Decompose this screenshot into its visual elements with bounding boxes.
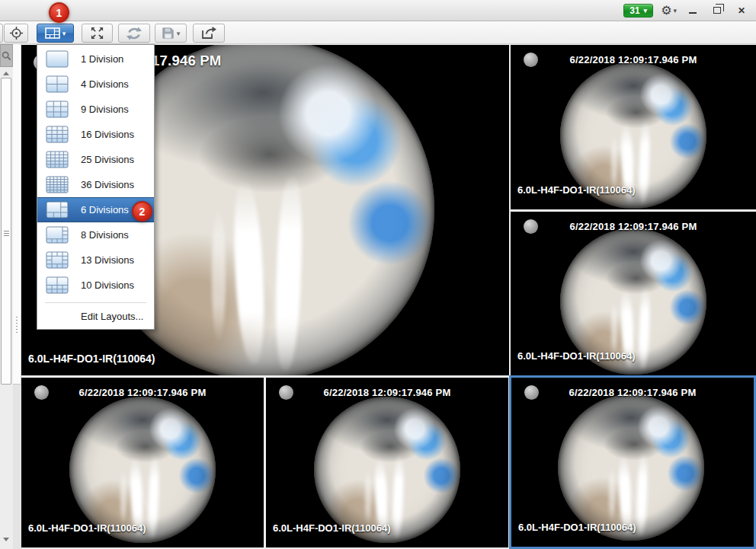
- fisheye-video: [314, 397, 460, 543]
- left-rail: [0, 44, 21, 549]
- toolbar: ▾ ▾: [0, 21, 756, 44]
- timestamp-overlay: 6/22/2018 12:09:17.946 PM: [511, 387, 754, 398]
- menu-item-label: 25 Divisions: [81, 154, 134, 165]
- camera-tile-bottom-left[interactable]: 6/22/2018 12:09:17.946 PM 6.0L-H4F-DO1-I…: [21, 378, 264, 547]
- chevron-down-icon: ▾: [673, 7, 677, 14]
- scroll-up-icon[interactable]: [3, 72, 9, 75]
- menu-separator: [45, 302, 146, 303]
- chevron-down-icon: ▾: [644, 7, 648, 14]
- menu-item-36-divisions[interactable]: 36 Divisions: [37, 172, 154, 197]
- menu-item-1-division[interactable]: 1 Division: [37, 46, 154, 72]
- expand-all-button[interactable]: [82, 24, 113, 43]
- camera-tile-right-middle[interactable]: 6/22/2018 12:09:17.946 PM 6.0L-H4F-DO1-I…: [511, 212, 756, 375]
- export-icon: [200, 27, 217, 40]
- annotation-number: 1: [56, 7, 62, 19]
- annotation-badge-1: 1: [49, 2, 69, 23]
- menu-item-label: 10 Divisions: [81, 279, 134, 291]
- chevron-down-icon: ▾: [62, 30, 66, 37]
- layout-25-icon: [46, 151, 69, 168]
- menu-item-16-divisions[interactable]: 16 Divisions: [37, 122, 154, 147]
- layout-4-icon: [46, 75, 69, 93]
- layout-36-icon: [46, 176, 69, 193]
- camera-count-button[interactable]: 31 ▾: [623, 4, 653, 18]
- camera-name-overlay: 6.0L-H4F-DO1-IR(110064): [518, 522, 636, 533]
- menu-item-label: 4 Divisions: [81, 78, 129, 90]
- application-window: 31 ▾ ⚙ ▾ ✕ ▾: [0, 0, 756, 549]
- fisheye-video: [69, 397, 216, 543]
- menu-item-label: 9 Divisions: [81, 104, 129, 115]
- save-layout-button[interactable]: ▾: [155, 24, 187, 43]
- minimize-button[interactable]: [684, 4, 701, 18]
- camera-name-overlay: 6.0L-H4F-DO1-IR(110064): [273, 522, 391, 534]
- titlebar: 31 ▾ ⚙ ▾ ✕: [0, 0, 756, 21]
- camera-name-overlay: 6.0L-H4F-DO1-IR(110064): [28, 522, 146, 534]
- camera-name-overlay: 6.0L-H4F-DO1-IR(110064): [28, 353, 155, 365]
- restore-icon: [713, 7, 721, 14]
- splitter-handle[interactable]: [16, 317, 18, 334]
- scroll-down-icon[interactable]: [3, 538, 9, 541]
- fisheye-video: [558, 394, 704, 541]
- search-icon: [2, 51, 11, 61]
- menu-item-label: Edit Layouts...: [81, 311, 143, 322]
- cycle-button[interactable]: [118, 24, 150, 43]
- layout-10-icon: [46, 276, 69, 294]
- panel-edge-lower: [13, 385, 21, 549]
- menu-item-label: 1 Division: [81, 53, 123, 65]
- menu-item-13-divisions[interactable]: 13 Divisions: [37, 247, 154, 273]
- camera-name-overlay: 6.0L-H4F-DO1-IR(110064): [517, 184, 636, 196]
- refresh-icon: [126, 26, 143, 41]
- locate-button[interactable]: [4, 24, 28, 43]
- scrollbar-grip-icon: [4, 231, 9, 236]
- layout-dropdown-menu: 1 Division 4 Divisions 9 Divisions 16 Di…: [37, 44, 155, 330]
- annotation-number: 2: [139, 206, 146, 218]
- close-button[interactable]: ✕: [733, 4, 750, 18]
- timestamp-overlay: 6/22/2018 12:09:17.946 PM: [511, 221, 756, 232]
- annotation-badge-2: 2: [132, 201, 152, 222]
- menu-item-4-divisions[interactable]: 4 Divisions: [37, 72, 154, 97]
- camera-tile-right-top[interactable]: 6/22/2018 12:09:17.946 PM 6.0L-H4F-DO1-I…: [511, 45, 756, 209]
- camera-tile-bottom-middle[interactable]: 6/22/2018 12:09:17.946 PM 6.0L-H4F-DO1-I…: [266, 378, 508, 547]
- menu-item-8-divisions[interactable]: 8 Divisions: [37, 222, 154, 247]
- locate-icon: [8, 25, 24, 41]
- timestamp-overlay: 6/22/2018 12:09:17.946 PM: [21, 387, 264, 398]
- settings-button[interactable]: ⚙ ▾: [661, 5, 677, 17]
- menu-item-edit-layouts[interactable]: Edit Layouts...: [37, 305, 154, 327]
- close-icon: ✕: [738, 5, 745, 16]
- menu-item-label: 6 Divisions: [81, 204, 129, 215]
- menu-item-label: 8 Divisions: [81, 229, 129, 241]
- camera-name-overlay: 6.0L-H4F-DO1-IR(110064): [517, 350, 636, 362]
- menu-item-10-divisions[interactable]: 10 Divisions: [37, 273, 154, 298]
- layout-grid-icon: [45, 27, 60, 39]
- layout-8-icon: [46, 226, 69, 244]
- menu-item-9-divisions[interactable]: 9 Divisions: [37, 97, 154, 122]
- timestamp-overlay: 6/22/2018 12:09:17.946 PM: [511, 54, 756, 65]
- gear-icon: ⚙: [661, 5, 671, 17]
- layout-13-icon: [46, 251, 69, 269]
- layout-divisions-button[interactable]: ▾: [37, 24, 74, 43]
- export-button[interactable]: [193, 24, 225, 43]
- menu-item-label: 16 Divisions: [81, 129, 134, 140]
- restore-button[interactable]: [709, 4, 726, 18]
- minimize-icon: [689, 12, 697, 14]
- menu-item-label: 36 Divisions: [81, 179, 134, 190]
- save-icon: [162, 27, 175, 40]
- menu-item-label: 13 Divisions: [81, 254, 134, 266]
- search-button[interactable]: [0, 44, 13, 67]
- camera-tile-bottom-right-selected[interactable]: 6/22/2018 12:09:17.946 PM 6.0L-H4F-DO1-I…: [509, 375, 756, 549]
- layout-6-icon: [46, 201, 69, 219]
- toolbar-edge-button[interactable]: [0, 24, 3, 43]
- layout-9-icon: [46, 101, 69, 118]
- expand-icon: [90, 26, 104, 40]
- layout-1-icon: [46, 50, 69, 68]
- timestamp-overlay: 6/22/2018 12:09:17.946 PM: [266, 387, 508, 398]
- chevron-down-icon: ▾: [177, 30, 181, 37]
- menu-item-25-divisions[interactable]: 25 Divisions: [37, 147, 154, 172]
- scrollbar-thumb[interactable]: [1, 78, 11, 385]
- camera-count-value: 31: [629, 5, 639, 16]
- layout-16-icon: [46, 126, 69, 143]
